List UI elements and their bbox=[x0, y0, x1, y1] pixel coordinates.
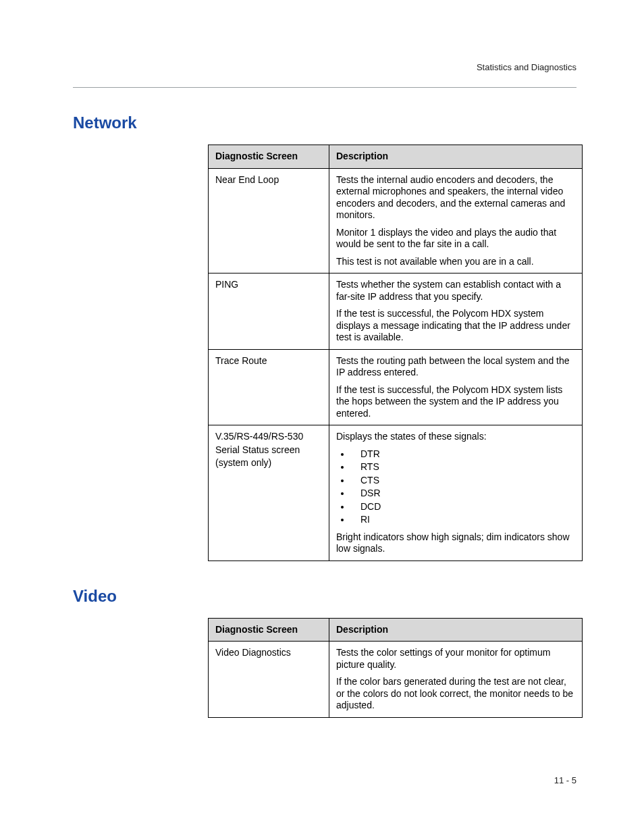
table-row: Video Diagnostics Tests the color settin… bbox=[209, 642, 583, 718]
signal-list: DTR RTS CTS DSR DCD RI bbox=[336, 448, 575, 526]
table-header-row: Diagnostic Screen Description bbox=[209, 618, 583, 642]
section-heading-network: Network bbox=[73, 113, 576, 132]
paragraph: Tests the routing path between the local… bbox=[336, 355, 575, 379]
page-number: 11 - 5 bbox=[554, 775, 576, 785]
table-row: V.35/RS-449/RS-530 Serial Status screen … bbox=[209, 425, 583, 561]
table-header-row: Diagnostic Screen Description bbox=[209, 145, 583, 169]
list-item: RTS bbox=[351, 461, 575, 473]
col-header-diagnostic-screen: Diagnostic Screen bbox=[209, 618, 329, 642]
list-item: CTS bbox=[351, 475, 575, 487]
cell-description: Tests the color settings of your monitor… bbox=[329, 642, 583, 718]
paragraph: This test is not available when you are … bbox=[336, 256, 575, 268]
list-item: DTR bbox=[351, 448, 575, 461]
list-item: DCD bbox=[351, 501, 575, 513]
section-heading-video: Video bbox=[73, 587, 576, 606]
cell-screen: Video Diagnostics bbox=[209, 642, 329, 718]
col-header-description: Description bbox=[329, 618, 583, 642]
list-item: RI bbox=[351, 514, 575, 526]
col-header-diagnostic-screen: Diagnostic Screen bbox=[209, 145, 329, 169]
video-table: Diagnostic Screen Description Video Diag… bbox=[208, 618, 583, 718]
paragraph: If the color bars generated during the t… bbox=[336, 676, 575, 712]
cell-description: Tests whether the system can establish c… bbox=[329, 273, 583, 350]
table-row: PING Tests whether the system can establ… bbox=[209, 273, 583, 350]
paragraph: Displays the states of these signals: bbox=[336, 431, 575, 443]
network-table: Diagnostic Screen Description Near End L… bbox=[208, 145, 583, 561]
header-rule bbox=[73, 87, 576, 88]
paragraph: Tests the internal audio encoders and de… bbox=[336, 174, 575, 221]
cell-screen: Near End Loop bbox=[209, 168, 329, 273]
cell-description: Tests the routing path between the local… bbox=[329, 349, 583, 425]
paragraph: Tests the color settings of your monitor… bbox=[336, 647, 575, 671]
paragraph: Tests whether the system can establish c… bbox=[336, 279, 575, 303]
cell-description: Tests the internal audio encoders and de… bbox=[329, 168, 583, 273]
cell-screen: Trace Route bbox=[209, 349, 329, 425]
paragraph: If the test is successful, the Polycom H… bbox=[336, 308, 575, 344]
breadcrumb: Statistics and Diagnostics bbox=[73, 62, 576, 72]
paragraph: If the test is successful, the Polycom H… bbox=[336, 384, 575, 420]
paragraph: Monitor 1 displays the video and plays t… bbox=[336, 227, 575, 251]
paragraph: Bright indicators show high signals; dim… bbox=[336, 531, 575, 555]
cell-screen: PING bbox=[209, 273, 329, 350]
table-row: Near End Loop Tests the internal audio e… bbox=[209, 168, 583, 273]
cell-line: (system only) bbox=[215, 457, 322, 469]
list-item: DSR bbox=[351, 488, 575, 500]
cell-description: Displays the states of these signals: DT… bbox=[329, 425, 583, 561]
cell-line: Serial Status screen bbox=[215, 444, 322, 457]
table-row: Trace Route Tests the routing path betwe… bbox=[209, 349, 583, 425]
cell-screen: V.35/RS-449/RS-530 Serial Status screen … bbox=[209, 425, 329, 561]
cell-line: V.35/RS-449/RS-530 bbox=[215, 431, 322, 443]
col-header-description: Description bbox=[329, 145, 583, 169]
